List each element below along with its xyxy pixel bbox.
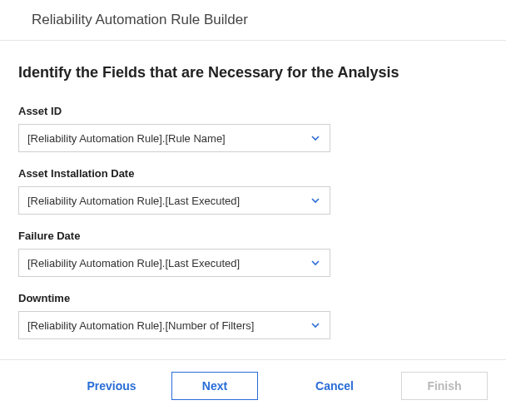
step-title: Identify the Fields that are Necessary f…: [18, 64, 488, 82]
builder-content: Identify the Fields that are Necessary f…: [0, 41, 506, 339]
chevron-down-icon: [310, 132, 321, 144]
field-failure-date: Failure Date [Reliability Automation Rul…: [18, 230, 488, 277]
field-label: Failure Date: [18, 230, 488, 242]
select-value: [Reliability Automation Rule].[Number of…: [27, 319, 254, 332]
field-downtime: Downtime [Reliability Automation Rule].[…: [18, 292, 488, 339]
field-asset-id: Asset ID [Reliability Automation Rule].[…: [18, 105, 488, 152]
wizard-footer: Previous Next Cancel Finish: [0, 359, 506, 400]
chevron-down-icon: [310, 195, 321, 206]
field-label: Asset ID: [18, 105, 488, 117]
downtime-select[interactable]: [Reliability Automation Rule].[Number of…: [18, 311, 330, 339]
builder-header: Reliability Automation Rule Builder: [0, 0, 506, 41]
failure-date-select[interactable]: [Reliability Automation Rule].[Last Exec…: [18, 249, 330, 277]
select-value: [Reliability Automation Rule].[Last Exec…: [27, 195, 240, 207]
select-value: [Reliability Automation Rule].[Rule Name…: [27, 132, 226, 145]
previous-button[interactable]: Previous: [68, 372, 155, 400]
cancel-button[interactable]: Cancel: [291, 372, 378, 400]
builder-title: Reliability Automation Rule Builder: [32, 12, 489, 28]
chevron-down-icon: [310, 257, 321, 269]
field-label: Downtime: [18, 292, 488, 304]
select-value: [Reliability Automation Rule].[Last Exec…: [27, 257, 240, 269]
asset-install-date-select[interactable]: [Reliability Automation Rule].[Last Exec…: [18, 186, 330, 215]
field-label: Asset Installation Date: [18, 167, 488, 180]
field-asset-install-date: Asset Installation Date [Reliability Aut…: [18, 167, 488, 215]
chevron-down-icon: [310, 319, 321, 331]
next-button[interactable]: Next: [171, 372, 258, 400]
asset-id-select[interactable]: [Reliability Automation Rule].[Rule Name…: [18, 124, 330, 152]
finish-button: Finish: [401, 372, 488, 400]
